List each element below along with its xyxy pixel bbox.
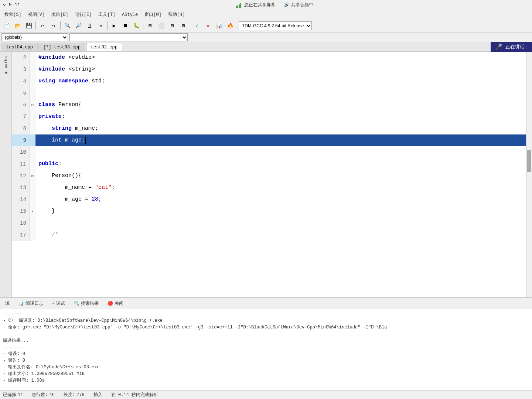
- line-fold[interactable]: [30, 123, 35, 134]
- line-fold[interactable]: [30, 64, 35, 75]
- line-content[interactable]: #include <string>: [35, 64, 526, 75]
- list-item: --------: [3, 311, 529, 317]
- new-file-button[interactable]: 📄: [1, 21, 12, 31]
- layout-button[interactable]: ⊟: [167, 21, 177, 31]
- line-number: 14: [12, 194, 30, 205]
- total-lines-status: 总行数: 46: [32, 392, 55, 398]
- line-content[interactable]: /*: [35, 229, 526, 241]
- tab-test04[interactable]: test04.cpp: [1, 43, 38, 51]
- text-cursor: [85, 137, 86, 144]
- line-content[interactable]: class Person{: [35, 99, 526, 111]
- compile-run-button[interactable]: ▶: [109, 21, 119, 31]
- list-item: - C++ 编译器: D:\BlackCatSoftWare\Dev-Cpp\M…: [3, 317, 529, 324]
- code-editor[interactable]: 2 #include <cstdio> 3 #include <string> …: [12, 52, 526, 297]
- line-fold[interactable]: [30, 87, 35, 99]
- bottom-tab-debug[interactable]: ✓ 调试: [48, 299, 69, 308]
- line-fold[interactable]: [30, 134, 35, 146]
- grid-button[interactable]: ⊞: [145, 21, 155, 31]
- line-number: 5: [12, 87, 30, 99]
- debug-button[interactable]: 🐛: [131, 21, 141, 31]
- line-content[interactable]: public:: [35, 158, 526, 170]
- toolbar: 📄 📂 💾 ↩ ↪ 🔍 🔎 🖨 ⇥ ▶ ⏹ 🐛 ⊞ ⬜ ⊟ ⊠ ✓ ✕ 📊 🔥 …: [0, 19, 532, 33]
- line-number: 6: [12, 99, 30, 111]
- tab-test03[interactable]: [*] test03.cpp: [38, 43, 85, 51]
- line-fold[interactable]: -: [30, 205, 35, 217]
- line-content[interactable]: Person(){: [35, 170, 526, 182]
- compiler-selector[interactable]: TDM-GCC 4.9.2 64-bit Release: [239, 21, 312, 30]
- scope-selector[interactable]: (globals): [1, 33, 68, 41]
- menu-astyle[interactable]: AStyle: [119, 11, 141, 18]
- line-fold[interactable]: [30, 146, 35, 158]
- menu-project[interactable]: 项目[D]: [48, 11, 71, 18]
- tab-test02[interactable]: test02.cpp: [86, 43, 122, 51]
- bottom-tab-close[interactable]: 🔴 关闭: [104, 299, 127, 308]
- line-content[interactable]: m_name = "cat";: [35, 182, 526, 194]
- check-button[interactable]: ✓: [192, 21, 202, 31]
- collapse-arrow[interactable]: ◀: [4, 70, 7, 75]
- line-content[interactable]: [35, 87, 526, 99]
- line-content[interactable]: }: [35, 205, 526, 217]
- toolbar-separator-1: [35, 21, 36, 30]
- line-fold[interactable]: ⊟: [30, 99, 35, 111]
- toolbar-separator-2: [60, 21, 61, 30]
- bottom-tab-search[interactable]: 🔍 搜索结果: [70, 299, 102, 308]
- indent-button[interactable]: ⇥: [95, 21, 106, 31]
- zoom-in-button[interactable]: 🔎: [73, 21, 83, 31]
- table-row: 3 #include <string>: [12, 64, 526, 75]
- line-fold[interactable]: [30, 158, 35, 170]
- chart-button[interactable]: 📊: [214, 21, 224, 31]
- check-icon: ✓: [52, 301, 55, 306]
- line-number: 10: [12, 146, 30, 158]
- line-number: 4: [12, 75, 30, 87]
- line-fold[interactable]: [30, 194, 35, 205]
- line-content[interactable]: [35, 146, 526, 158]
- toolbar-separator-3: [107, 21, 108, 30]
- mode-value: 插入: [93, 392, 102, 398]
- scrollbar-thumb[interactable]: [527, 150, 531, 172]
- line-fold[interactable]: [30, 182, 35, 194]
- menu-run[interactable]: 运行[E]: [72, 11, 95, 18]
- menu-view[interactable]: 视图[V]: [25, 11, 48, 18]
- line-content[interactable]: private:: [35, 111, 526, 123]
- menu-window[interactable]: 窗口[W]: [141, 11, 164, 18]
- list-item: - 编译时间: 1.08s: [3, 377, 529, 384]
- window-button[interactable]: ⬜: [156, 21, 166, 31]
- function-selector[interactable]: [69, 33, 188, 41]
- table-row: 13 m_name = "cat";: [12, 182, 526, 194]
- print-button[interactable]: 🖨: [84, 21, 95, 31]
- line-fold[interactable]: [30, 52, 35, 64]
- menu-tools[interactable]: 工具[T]: [95, 11, 118, 18]
- editor-container: paths ◀ 2 #include <cstdio> 3 #include <…: [0, 52, 532, 297]
- open-file-button[interactable]: 📂: [13, 21, 23, 31]
- menu-search[interactable]: 搜索[S]: [1, 11, 24, 18]
- line-content[interactable]: m_age = 28;: [35, 194, 526, 205]
- paths-label: paths: [4, 56, 8, 68]
- line-content[interactable]: int m_age;: [35, 134, 526, 146]
- line-fold[interactable]: [30, 217, 35, 229]
- length-value: 778: [76, 392, 85, 398]
- line-fold[interactable]: [30, 229, 35, 241]
- line-content[interactable]: [35, 217, 526, 229]
- flame-button[interactable]: 🔥: [225, 21, 235, 31]
- line-fold[interactable]: ⊟: [30, 170, 35, 182]
- search-button[interactable]: 🔍: [62, 21, 72, 31]
- close-x-button[interactable]: ✕: [203, 21, 213, 31]
- layout2-button[interactable]: ⊠: [178, 21, 188, 31]
- table-row: 10: [12, 146, 526, 158]
- undo-button[interactable]: ↩: [37, 21, 48, 31]
- menu-help[interactable]: 帮助[H]: [165, 11, 188, 18]
- line-content[interactable]: string m_name;: [35, 123, 526, 134]
- line-content[interactable]: using namespace std;: [35, 75, 526, 87]
- vertical-scrollbar[interactable]: [526, 52, 532, 297]
- line-fold[interactable]: [30, 111, 35, 123]
- redo-button[interactable]: ↪: [48, 21, 59, 31]
- bottom-tab-compile-log[interactable]: 📊 编译日志: [15, 299, 47, 308]
- title-bar: v 5.11 您正在共享屏幕 🔊 共享音频中: [0, 0, 532, 10]
- line-content[interactable]: #include <cstdio>: [35, 52, 526, 64]
- stop-button[interactable]: ⏹: [120, 21, 130, 31]
- line-fold[interactable]: [30, 75, 35, 87]
- bottom-tab-source[interactable]: 源: [1, 299, 13, 308]
- output-panel: -------- - C++ 编译器: D:\BlackCatSoftWare\…: [0, 309, 532, 390]
- save-button[interactable]: 💾: [24, 21, 34, 31]
- tab-bar: test04.cpp [*] test03.cpp test02.cpp 🎤 正…: [0, 42, 532, 52]
